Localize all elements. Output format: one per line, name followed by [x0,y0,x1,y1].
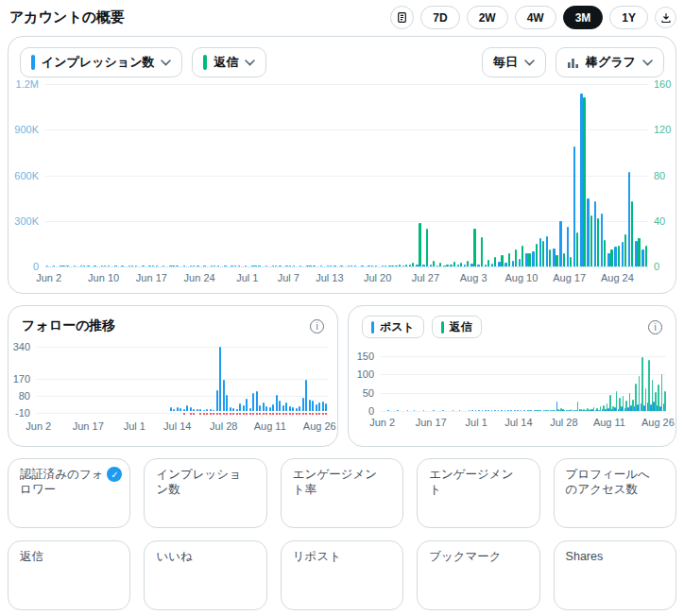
bar [232,408,234,411]
analytics-page: アカウントの概要 7D2W4W3M1Y インプレッション数 [0,0,684,616]
bar [239,413,241,415]
bar [305,413,307,415]
stat-card: インプレッション数 [144,458,266,528]
bar [664,391,666,411]
frequency-dropdown[interactable]: 毎日 [482,47,546,77]
x-axis-label: Jun 2 [26,420,51,432]
bar [223,413,225,415]
frequency-label: 毎日 [493,54,518,71]
bar [610,249,612,266]
bar [224,265,226,266]
bar [216,413,218,415]
bar [183,409,185,411]
download-button[interactable] [655,7,676,28]
bar [226,413,228,415]
bar [279,401,281,411]
x-axis-label: Jul 20 [364,272,391,283]
bar [405,265,407,266]
bar [203,413,205,415]
bar [318,402,320,411]
bar [422,265,424,266]
bar [46,265,48,266]
bar [265,406,267,411]
bar [387,410,389,411]
bar [289,265,291,266]
bar [482,410,484,411]
bar [272,265,274,266]
range-button-2w[interactable]: 2W [467,6,508,29]
bar [567,410,569,411]
bar [515,249,517,266]
bar [563,253,565,266]
bar [74,265,76,266]
bar [491,264,493,266]
stat-card: いいね [144,540,266,610]
range-button-4w[interactable]: 4W [515,6,556,29]
bar [535,410,537,411]
bar [256,413,258,415]
chevron-down-icon [245,60,255,66]
bar [302,413,304,415]
bar [635,384,637,411]
bar [316,404,317,411]
metric2-dropdown[interactable]: 返信 [192,47,266,77]
posts-legend: ポスト 返信 [362,316,482,338]
replies-color-bar [441,321,444,334]
metric1-dropdown[interactable]: インプレッション数 [20,47,182,77]
bar [442,410,444,411]
y-axis-tick-label: 340 [9,341,30,352]
gridline [45,266,648,267]
bar [296,413,298,415]
bar [219,413,221,415]
calendar-button[interactable] [390,6,414,29]
info-icon[interactable]: i [648,320,662,334]
bar [183,413,185,415]
bar [292,407,294,411]
bar [638,238,640,266]
bar [217,265,219,266]
metric1-label: インプレッション数 [42,54,154,71]
bar [162,265,164,266]
bar [407,410,409,411]
overview-chart-card: インプレッション数 返信 毎日 棒グラフ 0300K600K900K1.2 [8,36,676,294]
gridline [37,379,328,380]
follower-card-header: フォローの推移 i [9,306,337,334]
bar [211,265,213,266]
bar [655,392,657,411]
bar [414,410,416,411]
y-axis-tick-label: 80 [9,390,30,402]
bar [306,265,308,266]
bar [570,257,572,266]
bar [236,413,238,415]
download-icon [660,12,672,24]
chart-type-dropdown[interactable]: 棒グラフ [556,47,664,77]
posts-legend-chip[interactable]: ポスト [362,316,424,338]
bar [556,255,557,266]
follower-chart-title: フォローの推移 [22,317,115,334]
replies-legend-chip[interactable]: 返信 [432,316,482,338]
bar [325,403,327,411]
bar [573,146,575,266]
x-axis-label: Aug 26 [303,420,336,432]
bar [622,242,624,266]
bar [594,201,596,266]
metric2-label: 返信 [214,54,238,71]
bar [464,265,466,266]
stat-label: エンゲージメント [429,468,527,497]
bar [397,410,399,411]
bar [299,406,300,411]
bar [226,395,228,411]
range-button-1y[interactable]: 1Y [609,6,648,29]
bar [219,347,221,411]
range-button-3m[interactable]: 3M [563,6,604,29]
bar [282,405,284,411]
bar [172,265,174,266]
info-icon[interactable]: i [310,319,324,334]
range-button-7d[interactable]: 7D [420,6,459,29]
bar [553,248,555,266]
bar [199,413,201,415]
bar [596,408,598,411]
bar [316,413,317,415]
bar [395,265,397,266]
posts-card-header: ポスト 返信 i [349,306,675,338]
